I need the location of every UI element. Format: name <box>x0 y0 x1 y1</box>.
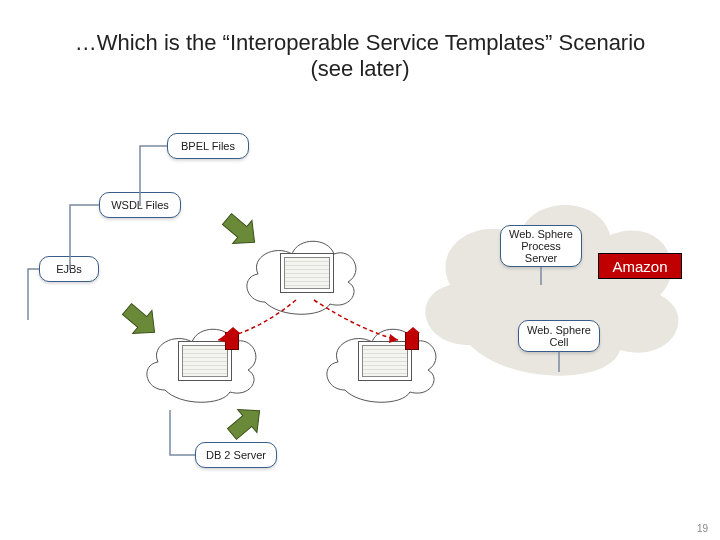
green-arrow-top-icon <box>215 205 265 255</box>
svg-marker-4 <box>222 399 269 445</box>
websphere-cell-label: Web. Sphere Cell <box>523 324 595 348</box>
server-bottom-left-icon <box>178 341 232 381</box>
bpel-files-label: BPEL Files <box>181 140 235 152</box>
red-marker-left-icon <box>225 332 239 350</box>
page-number: 19 <box>697 523 708 534</box>
ejbs-box: EJBs <box>39 256 99 282</box>
ejbs-label: EJBs <box>56 263 82 275</box>
wsdl-files-box: WSDL Files <box>99 192 181 218</box>
server-bottom-right-icon <box>358 341 412 381</box>
svg-marker-2 <box>217 208 264 254</box>
websphere-process-server-label: Web. Sphere Process Server <box>505 228 577 264</box>
slide-title: …Which is the “Interoperable Service Tem… <box>0 0 720 52</box>
title-line-1: …Which is the “Interoperable Service Tem… <box>0 30 720 56</box>
wsdl-files-label: WSDL Files <box>111 199 169 211</box>
green-arrow-bottom-left-icon <box>115 295 165 345</box>
bpel-files-box: BPEL Files <box>167 133 249 159</box>
svg-marker-3 <box>117 298 164 344</box>
cloud-background-icon <box>410 175 690 385</box>
amazon-box: Amazon <box>598 253 682 279</box>
websphere-cell-box: Web. Sphere Cell <box>518 320 600 352</box>
websphere-process-server-box: Web. Sphere Process Server <box>500 225 582 267</box>
green-arrow-bottom-right-icon <box>220 398 270 448</box>
server-top-icon <box>280 253 334 293</box>
amazon-label: Amazon <box>612 258 667 275</box>
red-marker-right-icon <box>405 332 419 350</box>
db2-server-label: DB 2 Server <box>206 449 266 461</box>
title-line-2: (see later) <box>0 56 720 82</box>
